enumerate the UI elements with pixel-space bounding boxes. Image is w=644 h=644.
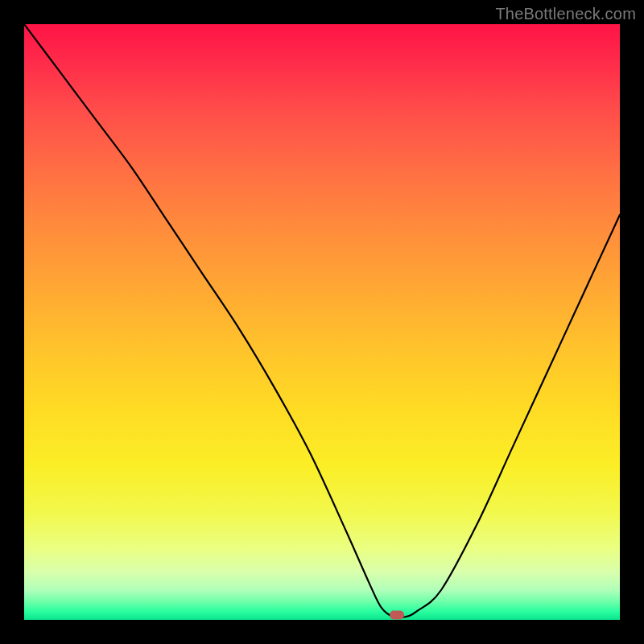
- minimum-marker: [390, 611, 404, 620]
- watermark-text: TheBottleneck.com: [495, 5, 636, 23]
- plot-area: [24, 24, 620, 620]
- bottleneck-curve: [24, 24, 620, 617]
- curve-svg: [24, 24, 620, 620]
- chart-frame: TheBottleneck.com: [0, 0, 644, 644]
